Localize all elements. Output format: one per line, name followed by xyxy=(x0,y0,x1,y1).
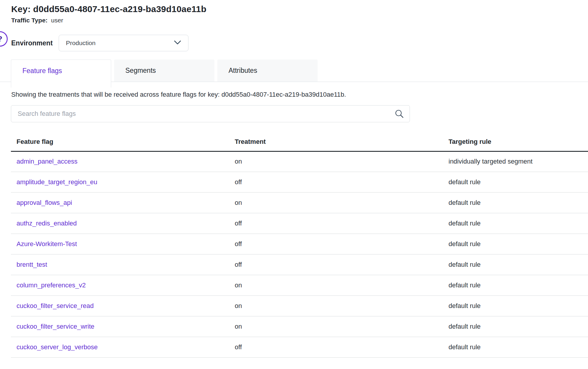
feature-flag-link[interactable]: admin_panel_access xyxy=(17,158,78,165)
feature-flag-link[interactable]: column_preferences_v2 xyxy=(17,281,86,289)
key-detail-page: ? Key: d0dd55a0-4807-11ec-a219-ba39d10ae… xyxy=(0,4,588,369)
treatments-table: Feature flag Treatment Targeting rule ad… xyxy=(11,133,588,358)
treatment-value: on xyxy=(229,296,443,316)
table-row: admin_panel_access on individually targe… xyxy=(11,151,588,172)
traffic-type-value: user xyxy=(51,17,63,24)
targeting-rule-value: individually targeted segment xyxy=(443,151,588,172)
environment-select[interactable]: Production xyxy=(59,35,188,51)
environment-label: Environment xyxy=(11,39,53,47)
tab-segments[interactable]: Segments xyxy=(114,60,214,82)
treatment-value: on xyxy=(229,316,443,337)
table-row: cuckoo_server_log_verbose off default ru… xyxy=(11,337,588,358)
targeting-rule-value: default rule xyxy=(443,296,588,316)
help-badge-icon[interactable]: ? xyxy=(0,31,8,47)
search-container xyxy=(11,105,410,122)
column-header-treatment: Treatment xyxy=(229,133,443,151)
targeting-rule-value: default rule xyxy=(443,337,588,358)
targeting-rule-value: default rule xyxy=(443,316,588,337)
table-row: approval_flows_api on default rule xyxy=(11,192,588,213)
targeting-rule-value: default rule xyxy=(443,213,588,234)
feature-flag-link[interactable]: cuckoo_filter_service_write xyxy=(17,323,94,330)
tab-bar: Feature flags Segments Attributes xyxy=(0,60,588,88)
environment-row: Environment Production xyxy=(11,35,588,51)
feature-flag-link[interactable]: approval_flows_api xyxy=(17,199,72,206)
search-input[interactable] xyxy=(11,105,410,122)
table-row: column_preferences_v2 on default rule xyxy=(11,275,588,296)
feature-flag-link[interactable]: Azure-Workitem-Test xyxy=(17,240,77,248)
environment-selected-value: Production xyxy=(66,39,174,47)
treatment-value: on xyxy=(229,192,443,213)
column-header-targeting-rule: Targeting rule xyxy=(443,133,588,151)
targeting-rule-value: default rule xyxy=(443,275,588,296)
treatment-value: off xyxy=(229,337,443,358)
treatment-value: off xyxy=(229,172,443,192)
table-row: authz_redis_enabled off default rule xyxy=(11,213,588,234)
treatment-value: off xyxy=(229,213,443,234)
treatments-description: Showing the treatments that will be rece… xyxy=(11,90,588,99)
targeting-rule-value: default rule xyxy=(443,234,588,254)
tab-feature-flags[interactable]: Feature flags xyxy=(11,60,111,88)
help-badge-glyph: ? xyxy=(0,34,2,44)
table-row: Azure-Workitem-Test off default rule xyxy=(11,234,588,254)
treatment-value: off xyxy=(229,254,443,275)
table-row: brentt_test off default rule xyxy=(11,254,588,275)
feature-flag-link[interactable]: cuckoo_server_log_verbose xyxy=(17,343,98,351)
table-header-row: Feature flag Treatment Targeting rule xyxy=(11,133,588,151)
targeting-rule-value: default rule xyxy=(443,172,588,192)
page-title: Key: d0dd55a0-4807-11ec-a219-ba39d10ae11… xyxy=(11,4,588,15)
column-header-feature-flag: Feature flag xyxy=(11,133,229,151)
treatment-value: off xyxy=(229,234,443,254)
feature-flag-link[interactable]: authz_redis_enabled xyxy=(17,220,77,227)
tab-attributes[interactable]: Attributes xyxy=(217,60,318,82)
table-row: cuckoo_filter_service_write on default r… xyxy=(11,316,588,337)
table-row: amplitude_target_region_eu off default r… xyxy=(11,172,588,192)
feature-flag-link[interactable]: amplitude_target_region_eu xyxy=(17,178,97,186)
targeting-rule-value: default rule xyxy=(443,254,588,275)
targeting-rule-value: default rule xyxy=(443,192,588,213)
table-body: admin_panel_access on individually targe… xyxy=(11,151,588,358)
traffic-type-label: Traffic Type: xyxy=(11,17,47,24)
treatment-value: on xyxy=(229,275,443,296)
chevron-down-icon xyxy=(174,40,181,46)
treatment-value: on xyxy=(229,151,443,172)
traffic-type-row: Traffic Type:user xyxy=(11,16,588,25)
feature-flag-link[interactable]: brentt_test xyxy=(17,261,47,268)
feature-flag-link[interactable]: cuckoo_filter_service_read xyxy=(17,302,94,309)
table-row: cuckoo_filter_service_read on default ru… xyxy=(11,296,588,316)
